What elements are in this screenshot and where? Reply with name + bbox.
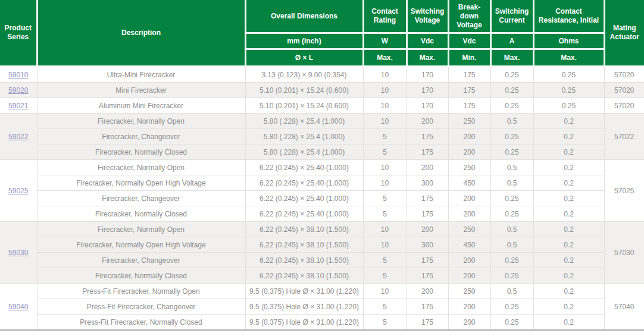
cell-mating-actuator: 57025: [604, 160, 644, 222]
cell-dimensions: 5.10 (0.201) × 15.24 (0.600): [245, 98, 363, 114]
limit-dimensions: Ø × L: [245, 49, 363, 67]
cell-switching-current: 0.25: [490, 98, 533, 114]
cell-product-series: 59025: [0, 160, 37, 222]
cell-switching-current: 0.5: [490, 114, 533, 129]
cell-contact-rating: 5: [363, 315, 407, 330]
cell-contact-rating: 10: [363, 237, 407, 253]
cell-product-series: 59030: [0, 222, 37, 284]
col-header-switching-current: Switching Current: [490, 0, 533, 33]
cell-switching-current: 0.25: [490, 253, 533, 268]
cell-switching-voltage: 300: [407, 175, 448, 191]
cell-description: Press-Fit Firecracker, Normally Closed: [37, 315, 245, 330]
table-body: 59010 Ultra-Mini Firecracker 3.13 (0.123…: [0, 67, 644, 330]
cell-dimensions: 5.80 (.228) × 25.4 (1.000): [245, 129, 363, 144]
cell-contact-resistance: 0.2: [533, 144, 604, 160]
cell-switching-current: 0.25: [490, 315, 533, 330]
cell-mating-actuator: 57020: [604, 67, 644, 83]
col-header-switching-voltage: Switching Voltage: [407, 0, 448, 33]
table-row: Firecracker, Normally Closed 6.22 (0.245…: [0, 268, 644, 284]
cell-switching-voltage: 175: [407, 129, 448, 144]
limit-switching-voltage: Max.: [407, 49, 448, 67]
table-row: 59040 Press-Fit Firecracker, Normally Op…: [0, 284, 644, 299]
cell-switching-voltage: 200: [407, 284, 448, 299]
cell-contact-rating: 10: [363, 160, 407, 175]
cell-contact-rating: 5: [363, 191, 407, 206]
cell-breakdown-voltage: 200: [448, 144, 490, 160]
unit-breakdown-voltage: Vdc: [448, 33, 490, 49]
cell-breakdown-voltage: 200: [448, 315, 490, 330]
cell-switching-current: 0.25: [490, 268, 533, 284]
cell-description: Firecracker, Normally Open: [37, 222, 245, 237]
cell-dimensions: 6.22 (0.245) × 38.10 (1.500): [245, 237, 363, 253]
cell-breakdown-voltage: 250: [448, 160, 490, 175]
product-series-link[interactable]: 59010: [8, 71, 28, 79]
table-row: 59020 Mini Firecracker 5.10 (0.201) × 15…: [0, 83, 644, 98]
cell-dimensions: 6.22 (0.245) × 25.40 (1.000): [245, 191, 363, 206]
table-row: Firecracker, Normally Open High Voltage …: [0, 175, 644, 191]
cell-description: Firecracker, Changeover: [37, 129, 245, 144]
unit-contact-resistance: Ohms: [533, 33, 604, 49]
cell-dimensions: 9.5 (0.375) Hole Ø × 31.00 (1.220): [245, 299, 363, 315]
table-row: Firecracker, Normally Closed 6.22 (0.245…: [0, 206, 644, 222]
cell-product-series: 59040: [0, 284, 37, 330]
cell-switching-current: 0.5: [490, 160, 533, 175]
cell-dimensions: 6.22 (0.245) × 25.40 (1.000): [245, 206, 363, 222]
cell-breakdown-voltage: 175: [448, 83, 490, 98]
cell-dimensions: 9.5 (0.375) Hole Ø × 31.00 (1.220): [245, 315, 363, 330]
cell-breakdown-voltage: 200: [448, 253, 490, 268]
cell-mating-actuator: 57030: [604, 222, 644, 284]
cell-product-series: 59010: [0, 67, 37, 83]
limit-contact-rating: Max.: [363, 49, 407, 67]
cell-contact-rating: 5: [363, 129, 407, 144]
limit-contact-resistance: Max.: [533, 49, 604, 67]
cell-contact-resistance: 0.2: [533, 253, 604, 268]
product-series-link[interactable]: 59025: [8, 187, 28, 195]
cell-contact-resistance: 0.2: [533, 160, 604, 175]
cell-description: Firecracker, Normally Closed: [37, 268, 245, 284]
cell-contact-rating: 10: [363, 83, 407, 98]
cell-dimensions: 5.10 (0.201) × 15.24 (0.600): [245, 83, 363, 98]
product-series-link[interactable]: 59020: [8, 86, 28, 95]
table-row: 59030 Firecracker, Normally Open 6.22 (0…: [0, 222, 644, 237]
cell-contact-rating: 10: [363, 284, 407, 299]
cell-description: Firecracker, Changeover: [37, 191, 245, 206]
cell-contact-rating: 10: [363, 98, 407, 114]
limit-breakdown-voltage: Min.: [448, 49, 490, 67]
cell-breakdown-voltage: 175: [448, 67, 490, 83]
cell-switching-voltage: 170: [407, 83, 448, 98]
header-row-labels: Product Series Description Overall Dimen…: [0, 0, 644, 33]
cell-switching-current: 0.5: [490, 284, 533, 299]
cell-contact-rating: 10: [363, 114, 407, 129]
cell-breakdown-voltage: 200: [448, 206, 490, 222]
product-series-link[interactable]: 59022: [8, 133, 28, 141]
product-series-link[interactable]: 59021: [8, 102, 28, 110]
cell-contact-rating: 5: [363, 144, 407, 160]
cell-description: Firecracker, Normally Open: [37, 114, 245, 129]
cell-contact-rating: 5: [363, 253, 407, 268]
cell-switching-voltage: 200: [407, 114, 448, 129]
table-row: Firecracker, Normally Open High Voltage …: [0, 237, 644, 253]
cell-product-series: 59022: [0, 114, 37, 160]
cell-contact-resistance: 0.25: [533, 98, 604, 114]
cell-description: Firecracker, Normally Open: [37, 160, 245, 175]
cell-dimensions: 5.80 (.228) × 25.4 (1.000): [245, 144, 363, 160]
cell-switching-voltage: 175: [407, 253, 448, 268]
cell-contact-rating: 5: [363, 299, 407, 315]
limit-switching-current: Max.: [490, 49, 533, 67]
cell-breakdown-voltage: 200: [448, 129, 490, 144]
cell-switching-voltage: 200: [407, 160, 448, 175]
col-header-description: Description: [37, 0, 245, 67]
product-series-link[interactable]: 59040: [8, 303, 28, 311]
cell-description: Press-Fit Firecracker, Changeover: [37, 299, 245, 315]
cell-contact-rating: 10: [363, 67, 407, 83]
cell-contact-rating: 10: [363, 175, 407, 191]
cell-breakdown-voltage: 175: [448, 98, 490, 114]
cell-switching-current: 0.25: [490, 129, 533, 144]
cell-dimensions: 3.13 (0.123) × 9.00 (0.354): [245, 67, 363, 83]
cell-switching-current: 0.5: [490, 222, 533, 237]
cell-description: Firecracker, Normally Open High Voltage: [37, 237, 245, 253]
cell-mating-actuator: 57020: [604, 83, 644, 98]
col-header-overall-dimensions: Overall Dimensions: [245, 0, 363, 33]
table-row: Firecracker, Normally Closed 5.80 (.228)…: [0, 144, 644, 160]
product-series-link[interactable]: 59030: [8, 249, 28, 257]
